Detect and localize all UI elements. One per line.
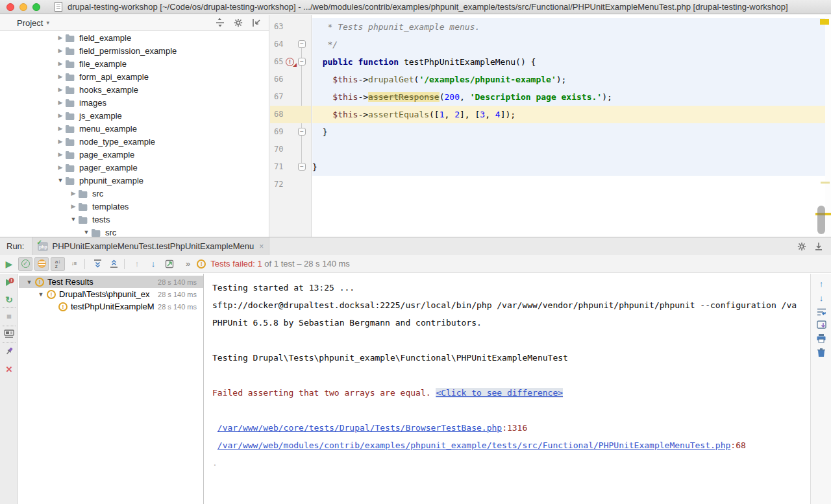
test-tree-row[interactable]: ▼!Drupal\Tests\phpunit_ex28 s 140 ms (19, 288, 203, 300)
run-tab[interactable]: ✓php PHPUnitExampleMenuTest.testPhpUnitE… (32, 237, 269, 255)
tree-item-tests[interactable]: ▼tests (0, 213, 269, 226)
chevron-down-icon[interactable]: ▼ (56, 177, 65, 184)
rerun-failed-tests-button[interactable]: ! (0, 278, 18, 288)
run-settings-gear-icon[interactable] (797, 242, 806, 251)
previous-failed-test-button[interactable]: ↑ (130, 257, 144, 271)
restore-layout-button[interactable] (0, 330, 18, 339)
scroll-to-end-button[interactable] (811, 320, 831, 330)
chevron-down-icon[interactable]: ▼ (37, 291, 45, 298)
previous-occurrence-button[interactable]: ↑ (811, 279, 831, 289)
project-tree[interactable]: ▶field_example▶field_permission_example▶… (0, 31, 269, 237)
tree-item-phpunit_example[interactable]: ▼phpunit_example (0, 174, 269, 187)
chevron-right-icon[interactable]: ▶ (56, 73, 65, 80)
run-tests-button[interactable]: ▶ (2, 257, 16, 271)
zoom-window-button[interactable] (32, 3, 40, 11)
fold-marker-icon[interactable]: − (298, 40, 306, 48)
chevron-down-icon[interactable]: ▼ (69, 216, 78, 222)
tree-item-field_example[interactable]: ▶field_example (0, 31, 269, 44)
chevron-right-icon[interactable]: ▶ (56, 34, 65, 41)
hide-tool-window-icon[interactable] (814, 242, 823, 251)
chevron-down-icon[interactable]: ▼ (25, 279, 33, 285)
chevron-right-icon[interactable]: ▶ (69, 203, 78, 210)
chevron-down-icon[interactable]: ▾ (46, 19, 49, 26)
tree-item-src[interactable]: ▼src (0, 226, 269, 237)
code-line-65[interactable]: public function testPhpUnitExampleMenu()… (312, 53, 831, 71)
tree-item-page_example[interactable]: ▶page_example (0, 148, 269, 161)
pin-tab-button[interactable] (0, 346, 18, 356)
chevron-right-icon[interactable]: ▶ (56, 60, 65, 67)
stop-button[interactable]: ■ (0, 311, 18, 321)
test-tree-row[interactable]: !testPhpUnitExampleM28 s 140 ms (19, 300, 203, 313)
code-line-71[interactable]: } (312, 158, 831, 176)
test-tree-row[interactable]: ▼!Test Results28 s 140 ms (19, 276, 203, 288)
editor-code-area[interactable]: * Tests phpunit_example menus. */ public… (312, 15, 831, 237)
code-editor[interactable]: 6364−65!−66676869−7071−72 * Tests phpuni… (270, 15, 831, 237)
rerun-button[interactable]: ↻ (0, 294, 18, 305)
console-link[interactable]: /var/www/web/modules/contrib/examples/ph… (217, 440, 731, 450)
minimize-window-button[interactable] (19, 3, 27, 11)
code-line-69[interactable]: } (312, 123, 831, 141)
code-line-66[interactable]: $this->drupalGet('/examples/phpunit-exam… (312, 71, 831, 88)
console-link[interactable]: /var/www/web/core/tests/Drupal/Tests/Bro… (217, 423, 502, 433)
hide-panel-icon[interactable] (251, 17, 262, 29)
tree-item-templates[interactable]: ▶templates (0, 200, 269, 213)
editor-marker-bar[interactable] (825, 15, 831, 237)
test-console-output[interactable]: Testing started at 13:25 ...sftp://docke… (204, 274, 810, 504)
tree-item-form_api_example[interactable]: ▶form_api_example (0, 70, 269, 83)
fold-marker-icon[interactable]: − (298, 58, 306, 66)
next-failed-test-button[interactable]: ↓ (146, 257, 160, 271)
code-line-63[interactable]: * Tests phpunit_example menus. (312, 18, 831, 36)
close-tab-icon[interactable]: × (259, 242, 264, 251)
print-button[interactable] (811, 333, 831, 343)
chevron-right-icon[interactable]: ▶ (56, 112, 65, 119)
test-failed-gutter-icon[interactable]: ! (286, 58, 294, 66)
sort-alphabetically-toggle[interactable]: a↓z (51, 257, 65, 271)
code-line-72[interactable] (312, 176, 831, 193)
tree-item-src[interactable]: ▶src (0, 187, 269, 200)
tree-item-file_example[interactable]: ▶file_example (0, 57, 269, 70)
close-run-window-button[interactable]: ✕ (0, 365, 18, 374)
chevron-right-icon[interactable]: ▶ (56, 86, 65, 93)
chevron-right-icon[interactable]: ▶ (56, 164, 65, 171)
gear-icon[interactable] (232, 17, 244, 29)
chevron-right-icon[interactable]: ▶ (56, 151, 65, 158)
code-line-68[interactable]: $this->assertEquals([1, 2], [3, 4]); (312, 106, 831, 123)
show-ignored-toggle[interactable] (34, 257, 49, 271)
chevron-right-icon[interactable]: ▶ (56, 125, 65, 132)
show-passed-toggle[interactable]: ✓ (18, 257, 32, 271)
chevron-right-icon[interactable]: ▶ (69, 190, 78, 197)
collapse-all-button[interactable] (106, 257, 121, 271)
fold-marker-icon[interactable]: − (298, 128, 306, 136)
next-occurrence-button[interactable]: ↓ (811, 293, 831, 303)
project-panel-header[interactable]: Project ▾ (0, 15, 269, 31)
chevron-right-icon[interactable]: ▶ (56, 99, 65, 106)
tree-item-field_permission_example[interactable]: ▶field_permission_example (0, 44, 269, 57)
tree-item-hooks_example[interactable]: ▶hooks_example (0, 83, 269, 96)
inspection-status-indicator[interactable] (820, 19, 829, 25)
code-line-70[interactable] (312, 141, 831, 158)
locate-file-icon[interactable] (214, 17, 226, 29)
import-test-results-button[interactable] (162, 257, 177, 271)
chevron-right-icon[interactable]: ▶ (56, 138, 65, 145)
close-window-button[interactable] (6, 3, 14, 11)
chevron-down-icon[interactable]: ▼ (82, 229, 91, 235)
test-results-tree[interactable]: ▼!Test Results28 s 140 ms▼!Drupal\Tests\… (19, 274, 203, 504)
project-panel-title: Project (17, 18, 43, 28)
chevron-right-icon[interactable]: ▶ (56, 47, 65, 54)
tree-item-node_type_example[interactable]: ▶node_type_example (0, 135, 269, 148)
clear-all-button[interactable] (811, 348, 831, 357)
code-line-67[interactable]: $this->assertResponse(200, 'Description … (312, 88, 831, 106)
sort-by-duration-button[interactable]: ↓≡ (67, 257, 81, 271)
tree-item-menu_example[interactable]: ▶menu_example (0, 122, 269, 135)
tree-item-js_example[interactable]: ▶js_example (0, 109, 269, 122)
tree-item-pager_example[interactable]: ▶pager_example (0, 161, 269, 174)
toolbar-overflow-icon[interactable]: » (186, 259, 190, 269)
console-link[interactable]: <Click to see difference> (436, 388, 563, 398)
fold-marker-icon[interactable]: − (298, 163, 306, 171)
gutter-line-68: 68 (270, 106, 311, 123)
tree-item-images[interactable]: ▶images (0, 96, 269, 109)
code-line-64[interactable]: */ (312, 36, 831, 53)
editor-scrollbar[interactable] (817, 206, 825, 234)
soft-wrap-button[interactable] (811, 307, 831, 317)
expand-all-button[interactable] (90, 257, 105, 271)
